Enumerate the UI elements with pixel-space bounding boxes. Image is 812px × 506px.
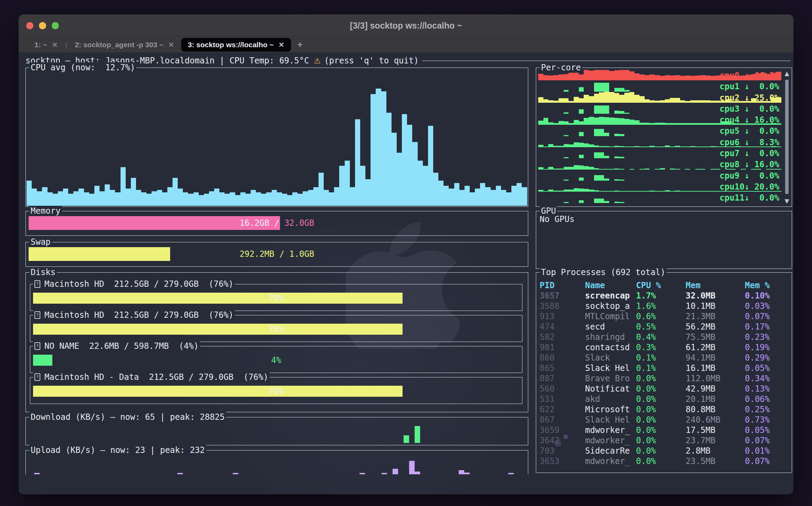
disk-box-title: ?Macintosh HD 212.5GB / 279.0GB (76%) — [33, 310, 235, 320]
process-cpu: 0.0% — [636, 425, 686, 435]
cpu-avg-bar — [350, 187, 355, 206]
cpu-avg-bar — [480, 183, 485, 206]
process-mem-pct: 0.07% — [745, 435, 792, 446]
disk-info-text: NO NAME 22.6MB / 598.7MB (4%) — [44, 341, 199, 351]
process-row[interactable]: 3588socktop_a1.6%10.1MB0.03% — [536, 301, 792, 311]
disk-box-3: ?NO NAME 22.6MB / 598.7MB (4%)4% — [30, 346, 522, 373]
close-window-button[interactable] — [26, 22, 33, 29]
cpu-avg-bar — [433, 173, 438, 206]
per-core-scrollbar[interactable]: ▲ ▼ — [783, 70, 790, 204]
missing-glyph-icon: ? — [34, 342, 40, 350]
cpu-avg-bar — [162, 192, 167, 206]
process-row[interactable]: 887Brave Bro0.0%112.0MB0.34% — [536, 373, 792, 384]
cpu-avg-bar — [204, 194, 209, 206]
core-label: cpu6 ↓ 8.3% — [720, 137, 779, 148]
process-pid: 3642 — [540, 435, 585, 446]
process-pid: 913 — [540, 311, 585, 322]
disk-meter: 76% — [33, 293, 519, 304]
minimize-window-button[interactable] — [39, 22, 46, 29]
process-name: Microsoft — [585, 404, 636, 415]
cpu-avg-bar — [58, 191, 63, 206]
process-cpu: 0.4% — [636, 332, 686, 342]
cpu-avg-bar — [438, 181, 444, 206]
process-row[interactable]: 867Slack Hel0.0%240.6MB0.73% — [536, 415, 792, 425]
process-row[interactable]: 703SidecarRe0.0%2.8MB0.01% — [536, 446, 792, 456]
upload-bar — [233, 473, 238, 474]
cpu-avg-bar — [491, 190, 496, 206]
process-name: Slack — [585, 353, 636, 363]
tab-close-icon[interactable]: ✕ — [52, 41, 58, 49]
process-row[interactable]: 3642mdworker_0.0%23.7MB0.07% — [536, 435, 792, 446]
cpu-avg-bar — [319, 173, 324, 206]
process-row[interactable]: 3659mdworker_0.0%17.5MB0.05% — [536, 425, 792, 435]
tab-close-icon[interactable]: ✕ — [279, 41, 284, 49]
scroll-down-icon[interactable]: ▼ — [783, 198, 790, 204]
cpu-avg-bar — [339, 166, 344, 206]
upload-bar — [382, 473, 387, 474]
cpu-avg-bar — [152, 191, 157, 206]
memory-panel: Memory 16.2GB / 32.0GB — [25, 211, 528, 236]
tab-close-icon[interactable]: ✕ — [168, 41, 174, 49]
cpu-avg-bar — [292, 192, 298, 206]
process-mem-pct: 0.25% — [745, 404, 792, 415]
process-mem-pct: 0.19% — [745, 342, 792, 353]
process-row[interactable]: 860Slack0.1%94.1MB0.29% — [536, 353, 792, 363]
process-row[interactable]: 560Notificat0.0%42.9MB0.13% — [536, 384, 792, 394]
process-mem-pct: 0.03% — [745, 301, 792, 311]
scrollbar-thumb[interactable] — [785, 80, 789, 194]
upload-bar — [177, 473, 183, 474]
process-row[interactable]: 531akd0.0%20.1MB0.06% — [536, 394, 792, 404]
scroll-up-icon[interactable]: ▲ — [783, 70, 790, 77]
disk-box-4: ?Macintosh HD - Data 212.5GB / 279.0GB (… — [30, 377, 522, 404]
missing-glyph-icon: ? — [34, 280, 40, 288]
swap-panel: Swap 292.2MB / 1.0GB — [25, 242, 528, 267]
cpu-avg-bar — [272, 190, 277, 206]
new-tab-button[interactable]: + — [297, 39, 302, 50]
cpu-avg-bar — [277, 192, 282, 206]
cpu-avg-bar — [485, 187, 490, 206]
cpu-avg-bar — [115, 192, 120, 206]
tab-label: 2: socktop_agent -p 303 ~ — [75, 41, 163, 49]
download-panel: Download (KB/s) — now: 65 | peak: 28825 — [25, 417, 528, 445]
process-row[interactable]: 913MTLCompil0.6%21.3MB0.07% — [536, 311, 792, 322]
cpu-avg-bar — [84, 192, 89, 206]
tab-1[interactable]: 1: ~✕ — [28, 38, 65, 52]
process-row[interactable]: 582sharingd0.4%75.5MB0.23% — [536, 332, 792, 342]
cpu-avg-bar — [397, 153, 402, 206]
cpu-avg-bar — [100, 191, 105, 206]
title-bar[interactable]: [3/3] socktop ws://localho ~ — [19, 14, 793, 37]
tab-3[interactable]: 3: socktop ws://localho ~✕ — [181, 38, 291, 52]
cpu-avg-bar — [334, 187, 339, 206]
zoom-window-button[interactable] — [52, 22, 59, 29]
disk-bar-label: 76% — [33, 386, 519, 397]
cpu-avg-bar — [214, 189, 219, 206]
memory-total-value: 32.0GB — [284, 218, 314, 228]
swap-title: Swap — [29, 237, 52, 247]
process-pid: 531 — [540, 394, 585, 404]
process-pid: 3657 — [540, 291, 585, 301]
process-mem: 112.0MB — [686, 373, 745, 384]
cpu-avg-bar — [428, 126, 433, 206]
process-row[interactable]: 3657screencap1.7%32.0MB0.10% — [536, 291, 792, 301]
process-name: screencap — [585, 291, 636, 301]
process-pid: 981 — [540, 342, 585, 353]
cpu-avg-bar — [146, 194, 152, 206]
process-row[interactable]: 981contactsd0.3%61.2MB0.19% — [536, 342, 792, 353]
core-label: cpu11↓ 0.0% — [720, 192, 779, 203]
process-row[interactable]: 865Slack Hel0.1%16.1MB0.05% — [536, 363, 792, 373]
tab-2[interactable]: 2: socktop_agent -p 303 ~✕ — [68, 38, 181, 52]
core-row-cpu11: cpu11↓ 0.0% — [537, 192, 791, 203]
disks-panel: Disks ?Macintosh HD 212.5GB / 279.0GB (7… — [25, 272, 528, 412]
cpu-avg-bar — [345, 161, 350, 206]
core-label: cpu10↓ 20.0% — [720, 181, 779, 192]
process-row[interactable]: 3653mdworker_0.0%23.5MB0.07% — [536, 456, 792, 466]
cpu-avg-bar — [511, 186, 517, 206]
process-pid: 887 — [540, 373, 585, 384]
processes-panel: Top Processes (692 total) PIDNameCPU %Me… — [536, 272, 792, 473]
process-row[interactable]: 622Microsoft0.0%80.8MB0.25% — [536, 404, 792, 415]
cpu-avg-bar — [183, 192, 188, 206]
cpu-avg-bar — [355, 119, 360, 206]
process-row[interactable]: 474secd0.5%56.2MB0.17% — [536, 322, 792, 332]
cpu-avg-bar — [261, 194, 266, 206]
cpu-avg-bar — [418, 161, 423, 206]
